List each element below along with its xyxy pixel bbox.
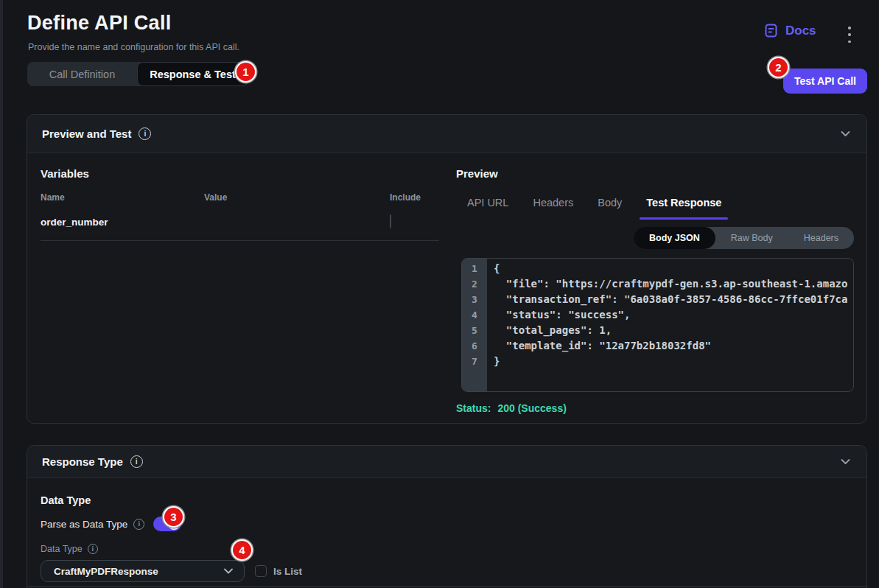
data-type-heading: Data Type <box>41 494 853 506</box>
table-row: order_number <box>41 215 443 228</box>
response-view-segmented-control: Body JSON Raw Body Headers <box>634 227 854 249</box>
annotation-step-1: 1 <box>235 61 256 83</box>
preview-tab-bar: API URL Headers Body Test Response <box>456 197 854 209</box>
line-number-gutter: 1 2 3 4 5 6 7 <box>462 259 487 391</box>
is-list-label: Is List <box>273 566 302 577</box>
subtab-raw-body[interactable]: Raw Body <box>715 227 788 249</box>
status-label: Status: <box>456 402 491 414</box>
subtab-headers[interactable]: Headers <box>788 227 854 249</box>
row-divider <box>41 240 439 241</box>
tab-call-definition[interactable]: Call Definition <box>27 62 137 86</box>
tab-response-and-test[interactable]: Response & Test <box>137 62 248 86</box>
column-name: Name <box>41 192 204 203</box>
document-icon <box>763 23 779 38</box>
chevron-down-icon <box>222 564 235 578</box>
page-left-edge <box>0 0 3 588</box>
tab-test-response[interactable]: Test Response <box>646 197 721 209</box>
info-icon[interactable] <box>130 455 143 468</box>
tab-body[interactable]: Body <box>598 197 622 209</box>
annotation-step-2: 2 <box>768 57 789 78</box>
tab-headers[interactable]: Headers <box>533 197 573 209</box>
subtab-body-json[interactable]: Body JSON <box>634 227 715 249</box>
test-api-call-button[interactable]: Test API Call <box>783 69 867 94</box>
status-value: 200 (Success) <box>497 402 566 414</box>
page-title: Define API Call <box>27 12 172 35</box>
json-code: { "file": "https://craftmypdf-gen.s3.ap-… <box>487 259 853 391</box>
info-icon[interactable] <box>88 544 98 554</box>
parse-as-data-type-label: Parse as Data Type <box>41 519 127 530</box>
is-list-checkbox[interactable] <box>255 565 267 577</box>
docs-link[interactable]: Docs <box>763 23 816 38</box>
preview-panel-title: Preview and Test <box>42 127 131 140</box>
docs-label: Docs <box>785 24 816 38</box>
variables-section: Variables Name Value Include order_numbe… <box>41 168 443 414</box>
variables-heading: Variables <box>41 168 443 180</box>
info-icon[interactable] <box>139 127 151 140</box>
annotation-step-4: 4 <box>231 539 253 561</box>
include-checkbox[interactable] <box>390 214 391 228</box>
response-status: Status: 200 (Success) <box>456 402 854 414</box>
response-json-code-block[interactable]: 1 2 3 4 5 6 7 { "file": "https://craftmy… <box>461 258 854 392</box>
variables-column-headers: Name Value Include <box>41 192 443 203</box>
info-icon[interactable] <box>133 519 144 530</box>
data-type-select[interactable]: CraftMyPDFResponse <box>41 560 245 582</box>
response-type-title: Response Type <box>42 455 123 468</box>
preview-section: Preview API URL Headers Body Test Respon… <box>456 168 854 414</box>
tab-api-url[interactable]: API URL <box>467 197 508 209</box>
page-subtitle: Provide the name and configuration for t… <box>28 42 239 52</box>
collapse-chevron-icon[interactable] <box>839 455 852 468</box>
preview-heading: Preview <box>456 168 854 180</box>
collapse-chevron-icon[interactable] <box>839 127 852 140</box>
column-value: Value <box>204 192 390 203</box>
response-type-header: Response Type <box>27 446 866 478</box>
annotation-step-3: 3 <box>163 506 184 528</box>
data-type-selected-value: CraftMyPDFResponse <box>54 566 222 577</box>
preview-and-test-panel: Preview and Test Variables Name Value In… <box>27 114 867 424</box>
response-type-panel: Response Type Data Type Parse as Data Ty… <box>27 445 867 588</box>
column-include: Include <box>390 192 443 203</box>
data-type-field-label: Data Type <box>41 544 83 554</box>
preview-panel-header: Preview and Test <box>27 115 866 153</box>
variable-name: order_number <box>41 217 204 228</box>
kebab-menu-icon[interactable] <box>845 27 854 43</box>
definition-tab-group: Call Definition Response & Test <box>27 62 248 86</box>
section-divider <box>27 586 866 587</box>
